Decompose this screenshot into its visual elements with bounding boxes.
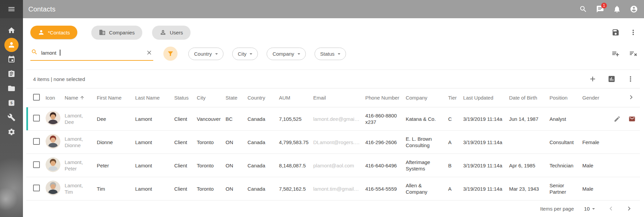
- col-country[interactable]: Country: [245, 88, 276, 107]
- status-cell: Client: [171, 177, 194, 200]
- col-city[interactable]: City: [194, 88, 223, 107]
- col-status[interactable]: Status: [171, 88, 194, 107]
- edit-icon[interactable]: [614, 115, 621, 123]
- items-per-page-label: Items per page: [540, 206, 574, 212]
- col-email[interactable]: Email: [311, 88, 363, 107]
- clear-filters-icon[interactable]: [629, 50, 637, 58]
- mail-icon[interactable]: [628, 115, 636, 123]
- chart-view-button[interactable]: [608, 75, 616, 83]
- table-row[interactable]: Lamont,Peter Peter Lamont Client Toronto…: [26, 154, 640, 177]
- col-last-updated[interactable]: Last Updated: [460, 88, 506, 107]
- save-view-button[interactable]: [612, 28, 620, 36]
- col-state[interactable]: State: [223, 88, 245, 107]
- tier-cell: A: [446, 131, 461, 154]
- active-indicator: [4, 38, 19, 52]
- position-cell: Senior Partner: [547, 177, 580, 200]
- tier-cell: B: [446, 154, 461, 177]
- col-icon[interactable]: Icon: [43, 88, 62, 107]
- select-all-checkbox[interactable]: [33, 94, 40, 101]
- col-phone[interactable]: Phone Number: [363, 88, 403, 107]
- col-dob[interactable]: Date of Birth: [506, 88, 547, 107]
- company-cell: Afterimage Systems: [403, 154, 446, 177]
- clipboard-icon: [7, 70, 16, 78]
- tab-users-label: Users: [170, 30, 183, 35]
- sidebar-item-contacts[interactable]: [0, 37, 23, 52]
- tab-companies[interactable]: Companies: [91, 26, 142, 39]
- company-cell: E. L. Brown Consulting: [403, 131, 446, 154]
- sidebar-item-accounts[interactable]: 5: [0, 96, 23, 110]
- col-name[interactable]: Name: [62, 88, 94, 107]
- last-name-cell: Lamont: [132, 154, 171, 177]
- filter-chip-company[interactable]: Company: [267, 48, 305, 60]
- search-value: lamont: [41, 50, 56, 56]
- row-checkbox[interactable]: [33, 185, 40, 191]
- sidebar-item-home[interactable]: [0, 23, 23, 37]
- gender-cell: Male: [580, 154, 605, 177]
- tab-users[interactable]: Users: [152, 26, 190, 39]
- bar-chart-icon: [608, 75, 616, 83]
- phone-cell: 416-296-2606: [363, 131, 403, 154]
- add-filter-icon[interactable]: [612, 50, 620, 58]
- list-more-menu[interactable]: [626, 75, 635, 83]
- hamburger-menu-icon[interactable]: [0, 2, 23, 17]
- clear-search-icon[interactable]: [146, 49, 153, 56]
- country-cell: Canada: [245, 177, 276, 200]
- city-cell: Toronto: [194, 154, 223, 177]
- position-cell: Analyst: [547, 107, 580, 131]
- notifications-icon[interactable]: [613, 5, 621, 13]
- city-cell: Toronto: [194, 177, 223, 200]
- name-cell: Lamont,Dee: [62, 107, 94, 131]
- text-cursor: [60, 50, 60, 56]
- col-position[interactable]: Position: [547, 88, 580, 107]
- position-cell: Technician: [547, 154, 580, 177]
- topbar: Contacts 1: [23, 0, 644, 18]
- last-name-cell: Lamont: [132, 177, 171, 200]
- col-last-name[interactable]: Last Name: [132, 88, 171, 107]
- sidebar-item-settings[interactable]: [0, 125, 23, 139]
- more-columns-chevron-icon[interactable]: [627, 93, 635, 101]
- company-cell: Katana & Co.: [403, 107, 446, 131]
- avatar: [46, 181, 60, 195]
- entity-tabs: *Contacts Companies Users: [23, 18, 644, 39]
- position-cell: Consultant: [547, 131, 580, 154]
- add-contact-button[interactable]: [589, 75, 597, 83]
- messages-icon[interactable]: 1: [596, 5, 604, 13]
- tier-cell: A: [446, 177, 461, 200]
- last-updated-cell: 3/19/2019 11:14a: [460, 154, 506, 177]
- next-page-icon[interactable]: [625, 205, 633, 213]
- tab-contacts[interactable]: *Contacts: [30, 26, 77, 39]
- filter-chip-status[interactable]: Status: [315, 48, 346, 60]
- sidebar-item-tasks[interactable]: [0, 66, 23, 81]
- home-icon: [7, 26, 16, 34]
- table-row[interactable]: Lamont,Dionne Dionne Lamont Client Toron…: [26, 131, 640, 154]
- phone-cell: 416-554-5559: [363, 177, 403, 200]
- filter-chip-country[interactable]: Country: [188, 48, 223, 60]
- chevron-down-icon: [296, 51, 302, 57]
- col-company[interactable]: Company: [403, 88, 446, 107]
- col-first-name[interactable]: First Name: [94, 88, 133, 107]
- row-checkbox[interactable]: [33, 115, 40, 121]
- col-aum[interactable]: AUM: [276, 88, 311, 107]
- col-gender[interactable]: Gender: [580, 88, 605, 107]
- row-checkbox[interactable]: [33, 138, 40, 145]
- search-input[interactable]: lamont: [30, 47, 153, 61]
- user-outline-icon: [160, 29, 166, 36]
- previous-page-icon[interactable]: [607, 205, 615, 213]
- filter-funnel-button[interactable]: [163, 47, 178, 61]
- page-size-select[interactable]: 10: [584, 206, 597, 212]
- sidebar-item-tools[interactable]: [0, 110, 23, 125]
- sidebar-item-documents[interactable]: [0, 81, 23, 96]
- selection-summary: 4 items | none selected: [33, 76, 85, 82]
- save-icon: [612, 28, 620, 36]
- table-row[interactable]: Lamont,Dee Dee Lamont Client Vancouver B…: [26, 107, 640, 131]
- last-updated-cell: 3/19/2019 11:14a: [460, 131, 506, 154]
- row-checkbox[interactable]: [33, 161, 40, 168]
- col-tier[interactable]: Tier: [446, 88, 461, 107]
- tabs-more-menu[interactable]: [629, 28, 637, 36]
- filter-chip-city[interactable]: City: [232, 48, 258, 60]
- first-name-cell: Dee: [94, 107, 133, 131]
- account-icon[interactable]: [630, 5, 638, 13]
- table-row[interactable]: Lamont,Tim Tim Lamont Client Toronto ON …: [26, 177, 640, 200]
- sidebar-item-calendar[interactable]: [0, 52, 23, 66]
- search-icon[interactable]: [579, 5, 587, 13]
